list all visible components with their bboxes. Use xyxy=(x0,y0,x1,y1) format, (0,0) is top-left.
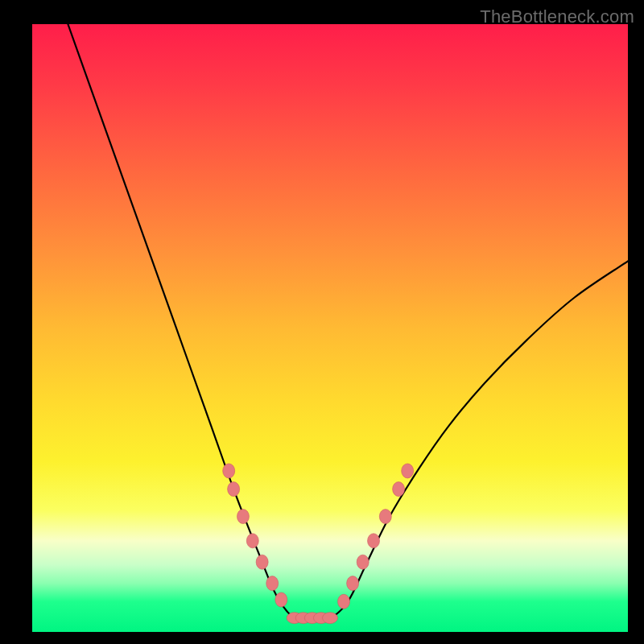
plot-area xyxy=(32,24,628,632)
curve-marker xyxy=(228,482,240,497)
curve-marker xyxy=(347,576,359,591)
curve-marker xyxy=(223,464,235,478)
curve-marker xyxy=(357,555,369,569)
curve-marker xyxy=(323,613,338,624)
bottleneck-curve xyxy=(68,24,628,620)
curve-marker xyxy=(338,594,350,609)
curve-markers xyxy=(223,464,414,624)
curve-marker xyxy=(266,576,279,591)
curve-marker xyxy=(402,464,414,478)
curve-marker xyxy=(275,592,287,607)
chart-frame: TheBottleneck.com xyxy=(0,0,644,644)
curve-marker xyxy=(368,534,380,548)
curve-marker xyxy=(379,510,391,524)
curve-marker xyxy=(237,510,249,524)
bottleneck-curve-svg xyxy=(32,24,628,632)
curve-marker xyxy=(246,534,258,548)
curve-marker xyxy=(256,555,268,569)
curve-marker xyxy=(393,482,405,497)
